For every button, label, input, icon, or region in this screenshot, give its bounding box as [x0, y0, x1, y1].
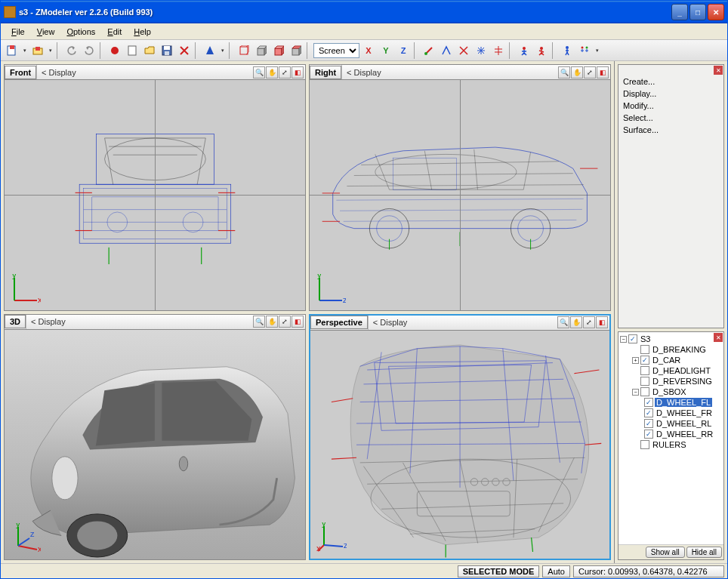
toolbar-screen-combo[interactable]: Screen [313, 43, 359, 58]
viewport-front-label[interactable]: Front [5, 66, 36, 79]
menu-file[interactable]: File [5, 26, 31, 38]
tree-root-label[interactable]: S3 [639, 334, 652, 343]
viewport-front[interactable]: Front < Display 🔍 ✋ ⤢ ◧ [4, 64, 306, 311]
vp-zoom-icon[interactable]: 🔍 [253, 66, 265, 79]
toolbar-save-icon[interactable] [159, 42, 175, 59]
tree-checkbox[interactable] [640, 345, 649, 354]
toolbar-folder-icon[interactable] [141, 42, 158, 59]
action-select[interactable]: Select... [618, 112, 723, 124]
toolbar-open-icon[interactable] [29, 42, 46, 59]
tree-checkbox[interactable] [640, 377, 649, 386]
vp-fit-icon[interactable]: ⤢ [279, 316, 291, 328]
toolbar-tool3-icon[interactable] [455, 42, 472, 59]
tree-checkbox[interactable]: ✓ [644, 419, 653, 428]
toolbar-cone-dropdown[interactable]: ▾ [219, 48, 227, 54]
viewport-3d-display[interactable]: < Display [26, 315, 253, 329]
vp-max-icon[interactable]: ◧ [597, 66, 609, 79]
vp-fit-icon[interactable]: ⤢ [584, 66, 596, 79]
vp-pan-icon[interactable]: ✋ [266, 66, 278, 79]
action-display[interactable]: Display... [618, 88, 723, 100]
toolbar-z-axis[interactable]: Z [395, 42, 412, 59]
toolbar-box-red-icon[interactable] [270, 42, 287, 59]
maximize-button[interactable]: □ [689, 4, 706, 20]
tree-toggle-icon[interactable]: + [632, 357, 639, 364]
toolbar-person1-icon[interactable] [516, 42, 532, 59]
menu-help[interactable]: Help [128, 26, 157, 38]
toolbar-walk-icon[interactable] [559, 42, 575, 59]
menu-edit[interactable]: Edit [101, 26, 128, 38]
toolbar-tool5-icon[interactable] [490, 42, 507, 59]
toolbar-redo-icon[interactable] [81, 42, 97, 59]
tree-toggle-icon[interactable]: − [632, 389, 639, 396]
viewport-3d[interactable]: 3D < Display 🔍 ✋ ⤢ ◧ [4, 314, 306, 561]
toolbar-group-icon[interactable] [576, 42, 593, 59]
vp-max-icon[interactable]: ◧ [292, 316, 304, 328]
hide-all-button[interactable]: Hide all [686, 547, 722, 558]
toolbar-undo-icon[interactable] [63, 42, 80, 59]
tree-checkbox[interactable] [640, 440, 649, 449]
tree-item-wheel-fl[interactable]: ✓D_WHEEL_FL [644, 397, 722, 408]
tree-item-wheel-rl[interactable]: ✓D_WHEEL_RL [644, 418, 722, 429]
viewport-right[interactable]: Right < Display 🔍 ✋ ⤢ ◧ [309, 64, 611, 311]
toolbar-tool1-icon[interactable] [421, 42, 437, 59]
vp-zoom-icon[interactable]: 🔍 [253, 316, 265, 328]
toolbar-delete-icon[interactable] [176, 42, 193, 59]
vp-max-icon[interactable]: ◧ [292, 66, 304, 79]
viewport-perspective[interactable]: Perspective < Display 🔍 ✋ ⤢ ◧ [309, 314, 611, 561]
tree-item-car[interactable]: +✓D_CAR [632, 355, 722, 365]
tree-toggle-icon[interactable]: − [620, 336, 627, 343]
action-modify[interactable]: Modify... [618, 100, 723, 112]
action-create[interactable]: Create... [618, 75, 723, 88]
tree-checkbox[interactable] [640, 387, 649, 396]
vp-fit-icon[interactable]: ⤢ [279, 66, 291, 79]
tree-item-breaking[interactable]: D_BREAKING [632, 344, 722, 355]
viewport-front-display[interactable]: < Display [36, 65, 253, 79]
tree-item-wheel-fr[interactable]: ✓D_WHEEL_FR [644, 408, 722, 418]
tree-close-icon[interactable]: ✕ [714, 333, 723, 342]
minimize-button[interactable]: _ [671, 4, 688, 20]
toolbar-new-dropdown[interactable]: ▾ [21, 48, 29, 54]
viewport-perspective-label[interactable]: Perspective [310, 316, 368, 329]
toolbar-tool4-icon[interactable] [473, 42, 489, 59]
viewport-perspective-display[interactable]: < Display [368, 316, 557, 330]
toolbar-x-axis[interactable]: X [360, 42, 377, 59]
menu-view[interactable]: View [31, 26, 61, 38]
viewport-3d-body[interactable]: xyz [5, 330, 305, 560]
viewport-perspective-body[interactable]: xyz [310, 331, 609, 559]
toolbar-group-dropdown[interactable]: ▾ [594, 48, 601, 54]
toolbar-box-solid-icon[interactable] [253, 42, 270, 59]
toolbar-page-icon[interactable] [124, 42, 140, 59]
vp-zoom-icon[interactable]: 🔍 [557, 316, 569, 328]
toolbar-box-wire-icon[interactable] [236, 42, 252, 59]
viewport-front-body[interactable]: xy [5, 80, 305, 310]
toolbar-new-icon[interactable] [4, 42, 20, 59]
tree-checkbox[interactable] [640, 366, 649, 375]
tree-checkbox[interactable]: ✓ [644, 430, 653, 439]
tree-item-rulers[interactable]: RULERS [632, 439, 722, 450]
menu-options[interactable]: Options [60, 26, 101, 38]
toolbar-cone-icon[interactable] [202, 42, 218, 59]
show-all-button[interactable]: Show all [646, 547, 685, 558]
toolbar-box-mixed-icon[interactable] [288, 42, 304, 59]
viewport-right-label[interactable]: Right [310, 66, 341, 79]
action-surface[interactable]: Surface... [618, 124, 723, 136]
toolbar-open-dropdown[interactable]: ▾ [47, 48, 54, 54]
vp-pan-icon[interactable]: ✋ [570, 316, 582, 328]
tree-item-reversing[interactable]: D_REVERSING [632, 376, 722, 387]
toolbar-person2-icon[interactable] [533, 42, 550, 59]
toolbar-record-icon[interactable] [106, 42, 123, 59]
tree-item-wheel-rr[interactable]: ✓D_WHEEL_RR [644, 429, 722, 439]
vp-pan-icon[interactable]: ✋ [571, 66, 583, 79]
tree-checkbox[interactable]: ✓ [628, 334, 637, 343]
viewport-3d-label[interactable]: 3D [5, 315, 26, 328]
toolbar-tool2-icon[interactable] [438, 42, 455, 59]
actions-close-icon[interactable]: ✕ [714, 66, 723, 75]
vp-fit-icon[interactable]: ⤢ [583, 316, 595, 328]
tree-root[interactable]: − ✓ S3 [620, 334, 722, 344]
tree-item-sbox[interactable]: −D_SBOX [632, 387, 722, 397]
viewport-right-body[interactable]: zy [310, 80, 610, 310]
toolbar-y-axis[interactable]: Y [378, 42, 394, 59]
tree-item-headlight[interactable]: D_HEADLIGHT [632, 365, 722, 376]
close-button[interactable]: ✕ [708, 4, 724, 20]
viewport-right-display[interactable]: < Display [341, 65, 558, 79]
